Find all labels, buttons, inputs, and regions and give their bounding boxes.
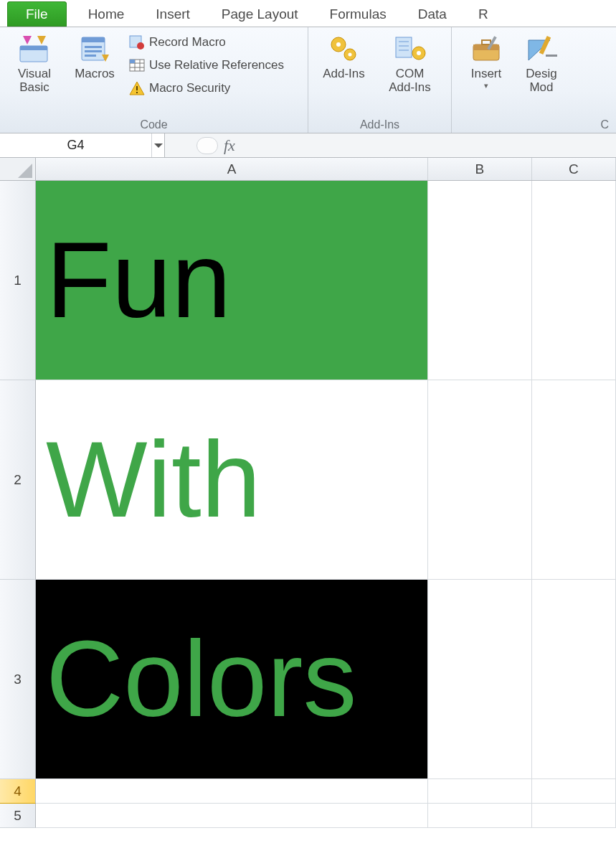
cell-b3[interactable] bbox=[428, 580, 532, 779]
svg-rect-19 bbox=[136, 86, 138, 90]
cell-c2[interactable] bbox=[532, 380, 616, 580]
grid-icon bbox=[129, 57, 145, 73]
cell-c5[interactable] bbox=[532, 804, 616, 828]
svg-point-30 bbox=[417, 51, 421, 55]
addins-button[interactable]: Add-Ins bbox=[314, 30, 374, 117]
record-macro-icon bbox=[129, 34, 145, 50]
cell-a2-text: With bbox=[36, 380, 427, 579]
tab-page-layout[interactable]: Page Layout bbox=[206, 1, 314, 27]
svg-rect-37 bbox=[546, 55, 557, 57]
cell-a5[interactable] bbox=[36, 804, 428, 828]
visual-basic-icon bbox=[17, 33, 52, 65]
tab-file[interactable]: File bbox=[7, 1, 67, 27]
tab-review[interactable]: R bbox=[463, 1, 488, 27]
use-relative-label: Use Relative References bbox=[149, 58, 284, 72]
formula-oval bbox=[196, 137, 218, 154]
gears-icon bbox=[327, 33, 361, 65]
cell-a1[interactable]: Fun bbox=[36, 181, 428, 380]
visual-basic-label: Visual Basic bbox=[18, 67, 51, 94]
svg-rect-32 bbox=[473, 44, 499, 50]
ribbon-tabs: File Home Insert Page Layout Formulas Da… bbox=[0, 0, 616, 27]
cell-c3[interactable] bbox=[532, 580, 616, 779]
cell-c1[interactable] bbox=[532, 181, 616, 380]
macros-button[interactable]: Macros bbox=[65, 30, 125, 117]
name-box-value: G4 bbox=[0, 138, 151, 153]
svg-rect-20 bbox=[136, 92, 138, 93]
row-4: 4 bbox=[0, 779, 616, 804]
cell-b2[interactable] bbox=[428, 380, 532, 580]
cell-a4[interactable] bbox=[36, 779, 428, 804]
cell-a3-text: Colors bbox=[36, 580, 427, 778]
row-3: 3 Colors bbox=[0, 580, 616, 779]
ribbon-group-addins: Add-Ins COM Add-Ins Add-Ins bbox=[308, 27, 452, 133]
column-headers: A B C bbox=[36, 158, 616, 181]
formula-input[interactable] bbox=[241, 136, 616, 156]
svg-rect-1 bbox=[20, 46, 47, 50]
cell-c4[interactable] bbox=[532, 779, 616, 804]
com-addins-button[interactable]: COM Add-Ins bbox=[374, 30, 446, 117]
row-header-3[interactable]: 3 bbox=[0, 580, 36, 779]
design-mode-label: Desig Mod bbox=[526, 67, 556, 94]
group-label-code: Code bbox=[4, 117, 303, 131]
name-box-dropdown[interactable] bbox=[151, 133, 164, 157]
record-macro-label: Record Macro bbox=[149, 35, 226, 50]
chevron-down-icon: ▾ bbox=[484, 81, 488, 90]
svg-marker-2 bbox=[23, 36, 32, 44]
column-header-b[interactable]: B bbox=[428, 158, 532, 180]
cell-b5[interactable] bbox=[428, 804, 532, 828]
select-all-corner[interactable] bbox=[0, 158, 36, 181]
row-header-2[interactable]: 2 bbox=[0, 380, 36, 580]
insert-control-label: Insert bbox=[471, 67, 502, 81]
row-5: 5 bbox=[0, 804, 616, 828]
macros-label: Macros bbox=[75, 67, 115, 81]
tab-insert[interactable]: Insert bbox=[140, 1, 206, 27]
svg-rect-17 bbox=[130, 60, 135, 63]
macro-security-label: Macro Security bbox=[149, 81, 230, 95]
row-header-1[interactable]: 1 bbox=[0, 181, 36, 380]
com-addins-label: COM Add-Ins bbox=[389, 67, 431, 94]
macro-security-button[interactable]: Macro Security bbox=[129, 80, 284, 96]
ribbon-group-code: Visual Basic Macros Record Macro bbox=[0, 27, 308, 133]
macros-icon bbox=[77, 33, 112, 65]
row-header-4[interactable]: 4 bbox=[0, 779, 36, 804]
visual-basic-button[interactable]: Visual Basic bbox=[4, 30, 65, 117]
tab-home[interactable]: Home bbox=[72, 1, 141, 27]
cell-b4[interactable] bbox=[428, 779, 532, 804]
name-box[interactable]: G4 bbox=[0, 133, 165, 157]
svg-rect-8 bbox=[85, 55, 96, 57]
svg-point-24 bbox=[348, 53, 351, 57]
com-addins-icon bbox=[393, 33, 427, 65]
design-mode-icon bbox=[524, 33, 559, 65]
use-relative-references-button[interactable]: Use Relative References bbox=[129, 57, 284, 73]
design-mode-button[interactable]: Desig Mod bbox=[516, 30, 567, 117]
svg-rect-33 bbox=[482, 40, 491, 44]
row-2: 2 With bbox=[0, 380, 616, 580]
tab-data[interactable]: Data bbox=[402, 1, 463, 27]
row-1: 1 Fun bbox=[0, 181, 616, 380]
cell-b1[interactable] bbox=[428, 181, 532, 380]
warning-icon bbox=[129, 80, 145, 96]
spreadsheet-grid: A B C 1 Fun 2 With 3 Colors 4 5 bbox=[0, 158, 616, 828]
tab-formulas[interactable]: Formulas bbox=[314, 1, 402, 27]
cell-a3[interactable]: Colors bbox=[36, 580, 428, 779]
cell-a1-text: Fun bbox=[36, 181, 427, 380]
addins-label: Add-Ins bbox=[323, 67, 365, 81]
svg-rect-7 bbox=[85, 50, 102, 52]
record-macro-button[interactable]: Record Macro bbox=[129, 34, 284, 50]
cell-a2[interactable]: With bbox=[36, 380, 428, 580]
svg-rect-5 bbox=[82, 37, 105, 42]
fx-icon[interactable]: fx bbox=[224, 136, 235, 155]
column-header-c[interactable]: C bbox=[532, 158, 616, 180]
group-label-addins: Add-Ins bbox=[313, 117, 447, 131]
insert-control-button[interactable]: Insert ▾ bbox=[456, 30, 516, 117]
group-label-controls: C bbox=[456, 117, 612, 131]
ribbon-group-controls: Insert ▾ Desig Mod C bbox=[452, 27, 616, 133]
formula-bar-row: G4 ✕ fx bbox=[0, 133, 616, 158]
column-header-a[interactable]: A bbox=[36, 158, 428, 180]
row-header-5[interactable]: 5 bbox=[0, 804, 36, 828]
svg-point-22 bbox=[336, 42, 341, 47]
svg-rect-6 bbox=[85, 46, 102, 48]
ribbon: Visual Basic Macros Record Macro bbox=[0, 27, 616, 133]
svg-marker-3 bbox=[37, 36, 46, 44]
svg-rect-25 bbox=[396, 37, 412, 57]
